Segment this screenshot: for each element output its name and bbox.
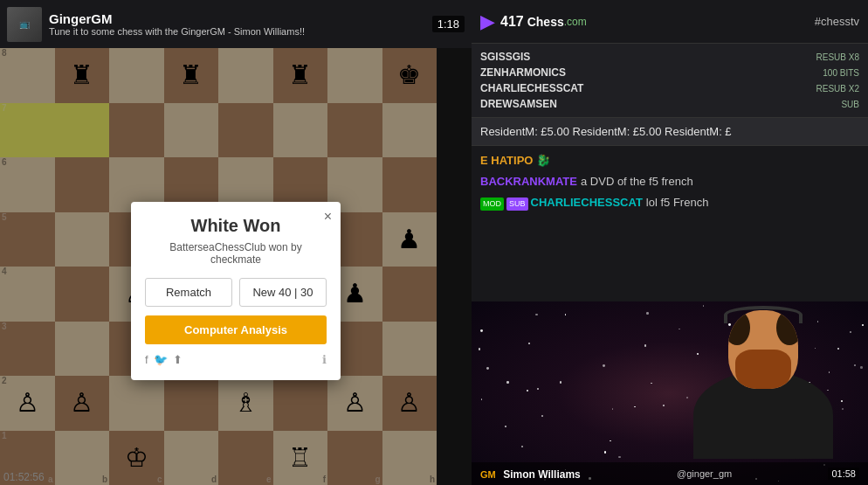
subscribers-area: SGISSGIS RESUB X8 ZENHARMONICS 100 BITSC… xyxy=(472,44,868,118)
new-game-button[interactable]: New 40 | 30 xyxy=(239,278,327,307)
star-decoration xyxy=(604,451,607,454)
chat-message: MODSUBCHARLIECHESSCATlol f5 French xyxy=(480,195,859,211)
chess-com-domain: .com xyxy=(564,16,587,28)
stream-avatar: 📺 xyxy=(7,7,42,42)
star-decoration xyxy=(603,364,605,367)
star-decoration xyxy=(837,348,839,350)
chat-username: BACKRANKMATE xyxy=(480,175,577,188)
board-container: 8♜♜♜♚765♛♟4♙♟3♙2♙♙♗♙♙1abc♔def♖gh 01:52:5… xyxy=(0,48,472,485)
star-decoration xyxy=(651,383,652,385)
star-decoration xyxy=(860,366,863,369)
stream-subtitle: Tune it to some chess with the GingerGM … xyxy=(49,26,432,37)
star-decoration xyxy=(850,331,851,333)
star-decoration xyxy=(527,390,528,391)
webcam-label: GM Simon Williams @ginger_gm 01:58 xyxy=(472,462,868,485)
star-decoration xyxy=(646,312,649,315)
star-decoration xyxy=(644,344,647,347)
star-decoration xyxy=(610,440,610,441)
chat-text: a DVD of the f5 french xyxy=(581,175,693,188)
presenter-twitter: @ginger_gm xyxy=(677,468,732,479)
star-decoration xyxy=(565,314,566,315)
modal-overlay: × White Won BatterseaChessClub won by ch… xyxy=(0,48,472,485)
chat-message: E HATIPO🐉 xyxy=(480,153,859,169)
webcam-timer: 01:58 xyxy=(828,468,859,480)
webcam-background xyxy=(472,301,868,485)
result-modal: × White Won BatterseaChessClub won by ch… xyxy=(131,202,341,380)
chat-panel: ▶ 417 Chess .com #chesstv SGISSGIS RESUB… xyxy=(472,0,868,485)
modal-action-buttons: Rematch New 40 | 30 xyxy=(145,278,327,307)
star-decoration xyxy=(537,388,540,391)
sub-badge: SUB xyxy=(506,197,528,211)
webcam-area: GM Simon Williams @ginger_gm 01:58 xyxy=(472,301,868,485)
chat-messages: E HATIPO🐉BACKRANKMATEa DVD of the f5 fre… xyxy=(472,146,868,301)
modal-footer: f 🐦 ⬆ ℹ xyxy=(145,353,327,366)
star-decoration xyxy=(854,364,856,366)
star-decoration xyxy=(842,408,844,410)
twitter-icon[interactable]: 🐦 xyxy=(154,353,168,366)
chess-com-text: Chess xyxy=(527,15,564,29)
chat-text: 🐉 xyxy=(536,154,550,167)
gm-title: GM xyxy=(480,469,496,480)
sub-name: DREWSAMSEN xyxy=(480,98,557,110)
sub-bits: 100 BITS xyxy=(823,68,859,78)
presenter-info: GM Simon Williams xyxy=(480,466,581,482)
star-decoration xyxy=(480,329,483,332)
sub-name: CHARLIECHESSCAT xyxy=(480,82,583,94)
star-decoration xyxy=(505,426,506,427)
presenter-name: Simon Williams xyxy=(503,468,581,481)
star-decoration xyxy=(612,408,614,410)
star-decoration xyxy=(535,314,537,315)
modal-close-button[interactable]: × xyxy=(324,209,332,225)
star-decoration xyxy=(541,415,544,418)
star-decoration xyxy=(486,367,489,370)
share-icon[interactable]: ⬆ xyxy=(173,353,183,366)
chat-text: lol f5 French xyxy=(646,196,709,209)
star-decoration xyxy=(862,324,863,325)
sub-badge: RESUB X8 xyxy=(816,52,859,62)
stream-timer: 1:18 xyxy=(432,16,465,32)
mod-badge: MOD xyxy=(480,197,504,211)
sub-badge: SUB xyxy=(841,100,859,109)
star-decoration xyxy=(618,456,621,459)
chat-message: BACKRANKMATEa DVD of the f5 french xyxy=(480,174,859,190)
chess-area: 📺 GingerGM Tune it to some chess with th… xyxy=(0,0,472,485)
sub-name: SGISSGIS xyxy=(480,51,530,63)
analysis-button[interactable]: Computer Analysis xyxy=(145,315,327,344)
channel-name: GingerGM xyxy=(49,11,432,26)
facebook-icon[interactable]: f xyxy=(145,353,148,366)
subscriber-row: SGISSGIS RESUB X8 xyxy=(480,49,859,65)
star-decoration xyxy=(506,381,509,384)
subscriber-row: ZENHARMONICS 100 BITS xyxy=(480,65,859,80)
hashtag: #chesstv xyxy=(815,15,859,28)
headphones xyxy=(724,306,803,323)
info-icon[interactable]: ℹ xyxy=(322,353,327,366)
sub-badge: RESUB X2 xyxy=(816,84,859,94)
star-decoration xyxy=(679,329,679,329)
social-links: f 🐦 ⬆ xyxy=(145,353,183,366)
stream-info: GingerGM Tune it to some chess with the … xyxy=(49,11,432,37)
star-decoration xyxy=(841,400,843,402)
star-decoration xyxy=(521,446,523,447)
top-bar: 📺 GingerGM Tune it to some chess with th… xyxy=(0,0,472,48)
star-decoration xyxy=(560,381,562,384)
twitch-logo: ▶ xyxy=(480,10,495,33)
star-decoration xyxy=(663,405,665,406)
chat-username: CHARLIECHESSCAT xyxy=(531,196,643,209)
avatar-image: 📺 xyxy=(7,7,42,42)
modal-subtitle: BatterseaChessClub won by checkmate xyxy=(145,241,327,266)
viewer-count: 417 xyxy=(500,14,524,30)
sub-name: ZENHARMONICS xyxy=(480,66,566,79)
presenter-body xyxy=(693,301,833,459)
rematch-button[interactable]: Rematch xyxy=(145,278,232,307)
chess-com-logo: Chess .com xyxy=(527,15,587,29)
star-decoration xyxy=(479,348,481,350)
subscriber-row: CHARLIECHESSCAT RESUB X2 xyxy=(480,80,859,96)
star-decoration xyxy=(634,406,635,407)
chat-header: ▶ 417 Chess .com #chesstv xyxy=(472,0,868,44)
star-decoration xyxy=(686,397,688,398)
star-decoration xyxy=(481,398,483,400)
beard xyxy=(735,350,791,389)
star-decoration xyxy=(528,343,530,344)
subscriber-row: DREWSAMSEN SUB xyxy=(480,96,859,112)
chat-username: E HATIPO xyxy=(480,154,533,167)
